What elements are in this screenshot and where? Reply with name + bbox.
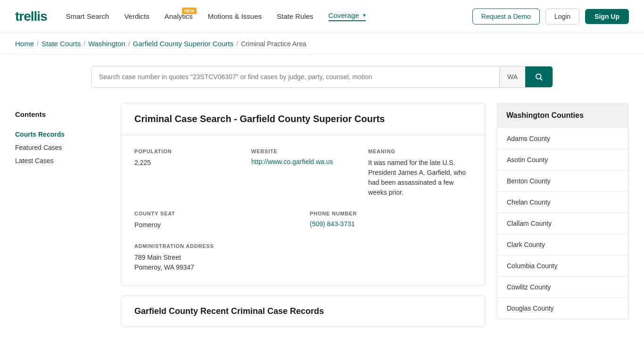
- logo-text: trellis: [15, 9, 47, 24]
- search-input[interactable]: [91, 66, 499, 87]
- address-label: ADMINISTRATION ADDRESS: [134, 243, 472, 249]
- phone-section: PHONE NUMBER (509) 843-3731: [310, 211, 472, 230]
- logo[interactable]: trellis: [15, 9, 47, 24]
- county-seat-value: Pomeroy: [134, 220, 297, 230]
- svg-line-1: [540, 78, 542, 80]
- header-actions: Request a Demo Login Sign Up: [472, 8, 629, 25]
- breadcrumb-sep-1: /: [37, 40, 39, 48]
- search-button[interactable]: [525, 66, 553, 87]
- website-link[interactable]: http://www.co.garfield.wa.us: [251, 158, 333, 165]
- meaning-section: MEANING It was named for the late U.S. P…: [368, 148, 472, 197]
- main-content: Criminal Case Search - Garfield County S…: [121, 103, 486, 337]
- address-section: ADMINISTRATION ADDRESS 789 Main Street P…: [134, 243, 472, 272]
- breadcrumb-current: Criminal Practice Area: [241, 40, 306, 48]
- records-card-title: Garfield County Recent Criminal Case Rec…: [134, 306, 472, 316]
- website-label: WEBSITE: [251, 148, 355, 154]
- population-label: POPULATION: [134, 148, 238, 154]
- card-body: POPULATION 2,225 WEBSITE http://www.co.g…: [121, 135, 485, 286]
- sidebar-featured-cases[interactable]: Featured Cases: [15, 141, 109, 154]
- breadcrumb: Home / State Courts / Washington / Garfi…: [0, 33, 644, 55]
- info-section-bottom: COUNTY SEAT Pomeroy PHONE NUMBER (509) 8…: [134, 211, 472, 272]
- main-layout: Contents Courts Records Featured Cases L…: [0, 103, 644, 337]
- breadcrumb-sep-2: /: [83, 40, 85, 48]
- sidebar-courts-records[interactable]: Courts Records: [15, 128, 109, 141]
- search-icon: [535, 73, 543, 81]
- website-section: WEBSITE http://www.co.garfield.wa.us: [251, 148, 355, 197]
- court-info-card: Criminal Case Search - Garfield County S…: [121, 103, 486, 286]
- county-list: Adams County Asotin County Benton County…: [497, 128, 629, 319]
- address-line1: 789 Main Street: [134, 253, 472, 263]
- breadcrumb-home[interactable]: Home: [15, 40, 34, 48]
- login-button[interactable]: Login: [545, 8, 579, 25]
- sidebar-latest-cases[interactable]: Latest Cases: [15, 154, 109, 167]
- coverage-chevron-icon: ▾: [363, 12, 366, 18]
- info-grid-bottom: COUNTY SEAT Pomeroy PHONE NUMBER (509) 8…: [134, 211, 472, 230]
- county-seat-label: COUNTY SEAT: [134, 211, 297, 216]
- population-section: POPULATION 2,225: [134, 148, 238, 197]
- info-grid-top: POPULATION 2,225 WEBSITE http://www.co.g…: [134, 148, 472, 197]
- address-line2: Pomeroy, WA 99347: [134, 263, 472, 272]
- population-value: 2,225: [134, 158, 238, 168]
- breadcrumb-sep-4: /: [236, 40, 238, 48]
- breadcrumb-state-courts[interactable]: State Courts: [41, 40, 81, 48]
- nav-verdicts[interactable]: Verdicts: [124, 12, 149, 20]
- county-douglas[interactable]: Douglas County: [497, 298, 628, 319]
- phone-link[interactable]: (509) 843-3731: [310, 220, 355, 228]
- sidebar-right: Washington Counties Adams County Asotin …: [497, 103, 629, 337]
- county-seat-section: COUNTY SEAT Pomeroy: [134, 211, 297, 230]
- search-bar: WA: [91, 66, 553, 88]
- records-card-header: Garfield County Recent Criminal Case Rec…: [121, 296, 485, 327]
- search-section: WA: [0, 55, 644, 103]
- meaning-label: MEANING: [368, 148, 472, 154]
- nav-motions[interactable]: Motions & Issues: [208, 12, 262, 20]
- county-asotin[interactable]: Asotin County: [497, 149, 628, 171]
- sidebar-left-heading: Contents: [15, 110, 109, 118]
- card-header: Criminal Case Search - Garfield County S…: [121, 103, 485, 135]
- nav-analytics[interactable]: Analytics NEW: [165, 12, 193, 20]
- county-clark[interactable]: Clark County: [497, 234, 628, 255]
- county-cowlitz[interactable]: Cowlitz County: [497, 277, 628, 298]
- svg-point-0: [536, 74, 541, 79]
- nav-state-rules[interactable]: State Rules: [277, 12, 314, 20]
- meaning-value: It was named for the late U.S. President…: [368, 158, 472, 197]
- search-state-indicator: WA: [499, 66, 525, 87]
- breadcrumb-garfield[interactable]: Garfield County Superior Courts: [133, 40, 233, 48]
- signup-button[interactable]: Sign Up: [585, 9, 629, 24]
- sidebar-left: Contents Courts Records Featured Cases L…: [15, 103, 109, 337]
- county-columbia[interactable]: Columbia County: [497, 255, 628, 277]
- county-chelan[interactable]: Chelan County: [497, 192, 628, 213]
- request-demo-button[interactable]: Request a Demo: [472, 8, 540, 25]
- phone-label: PHONE NUMBER: [310, 211, 472, 216]
- county-adams[interactable]: Adams County: [497, 128, 628, 149]
- county-clallam[interactable]: Clallam County: [497, 213, 628, 234]
- card-title: Criminal Case Search - Garfield County S…: [134, 114, 472, 124]
- main-nav: Smart Search Verdicts Analytics NEW Moti…: [66, 11, 472, 21]
- nav-smart-search[interactable]: Smart Search: [66, 12, 109, 20]
- analytics-badge: NEW: [182, 8, 197, 14]
- washington-counties-heading: Washington Counties: [497, 103, 629, 128]
- breadcrumb-washington[interactable]: Washington: [88, 40, 125, 48]
- records-card: Garfield County Recent Criminal Case Rec…: [121, 296, 486, 327]
- nav-coverage[interactable]: Coverage ▾: [329, 11, 366, 21]
- county-benton[interactable]: Benton County: [497, 171, 628, 192]
- breadcrumb-sep-3: /: [128, 40, 130, 48]
